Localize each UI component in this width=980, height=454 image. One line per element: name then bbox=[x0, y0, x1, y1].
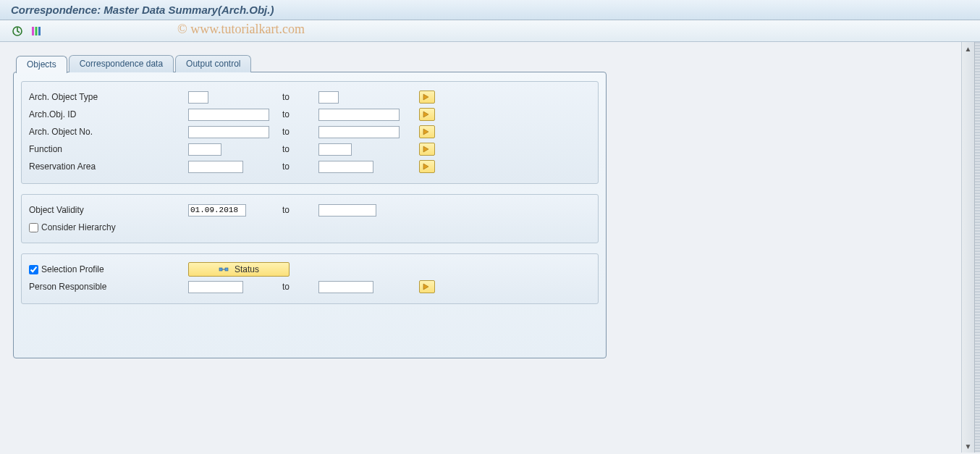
row-reservation-area: Reservation Area to bbox=[29, 159, 591, 175]
group-selection-profile: Selection Profile Status bbox=[21, 253, 599, 304]
group-validity: Object Validity to Consider Hierarchy bbox=[21, 194, 599, 243]
tab-correspondence-data[interactable]: Correspondence data bbox=[69, 55, 174, 72]
multi-select-button[interactable] bbox=[419, 143, 435, 156]
function-from-input[interactable] bbox=[188, 143, 221, 156]
person-responsible-to-input[interactable] bbox=[318, 281, 373, 293]
execute-icon[interactable] bbox=[11, 25, 24, 38]
tab-panel-objects: Arch. Object Type to Arch.Obj. ID to Arc… bbox=[13, 72, 607, 358]
app-body: Objects Correspondence data Output contr… bbox=[0, 42, 980, 453]
content-area: Objects Correspondence data Output contr… bbox=[0, 42, 961, 453]
multi-select-button[interactable] bbox=[419, 108, 435, 121]
function-to-input[interactable] bbox=[318, 143, 352, 156]
tab-output-control[interactable]: Output control bbox=[175, 55, 251, 72]
row-object-validity: Object Validity to bbox=[29, 202, 591, 218]
multi-select-button[interactable] bbox=[419, 280, 435, 293]
window-title-text: Correspondence: Master Data Summary(Arch… bbox=[11, 4, 274, 16]
person-responsible-from-input[interactable] bbox=[188, 281, 243, 293]
row-selection-profile: Selection Profile Status bbox=[29, 261, 591, 277]
arch-obj-id-from-input[interactable] bbox=[188, 109, 269, 121]
label-reservation-area: Reservation Area bbox=[29, 161, 188, 172]
arch-obj-id-to-input[interactable] bbox=[318, 109, 400, 121]
arch-object-no-to-input[interactable] bbox=[318, 126, 400, 138]
group-selection-criteria: Arch. Object Type to Arch.Obj. ID to Arc… bbox=[21, 81, 599, 184]
label-object-validity: Object Validity bbox=[29, 205, 188, 215]
label-arch-obj-id: Arch.Obj. ID bbox=[29, 109, 188, 119]
tab-objects[interactable]: Objects bbox=[16, 56, 67, 73]
label-selection-profile: Selection Profile bbox=[41, 264, 104, 274]
row-arch-object-no: Arch. Object No. to bbox=[29, 124, 591, 140]
svg-rect-2 bbox=[35, 27, 38, 35]
window-title: Correspondence: Master Data Summary(Arch… bbox=[0, 0, 980, 20]
row-arch-obj-id: Arch.Obj. ID to bbox=[29, 106, 591, 122]
reservation-area-to-input[interactable] bbox=[318, 161, 373, 173]
reservation-area-from-input[interactable] bbox=[188, 161, 243, 173]
to-label: to bbox=[282, 109, 318, 119]
row-arch-object-type: Arch. Object Type to bbox=[29, 89, 591, 105]
to-label: to bbox=[282, 161, 318, 172]
object-validity-to-input[interactable] bbox=[318, 204, 376, 217]
label-arch-object-type: Arch. Object Type bbox=[29, 92, 188, 102]
tab-label: Objects bbox=[27, 59, 56, 70]
selection-profile-checkbox[interactable] bbox=[29, 265, 38, 274]
to-label: to bbox=[282, 92, 318, 102]
tab-label: Output control bbox=[186, 59, 240, 69]
scroll-down-icon[interactable]: ▼ bbox=[963, 441, 973, 451]
arch-object-type-to-input[interactable] bbox=[318, 91, 339, 104]
to-label: to bbox=[282, 144, 318, 154]
status-button-label: Status bbox=[235, 264, 259, 274]
svg-rect-5 bbox=[225, 268, 228, 271]
label-arch-object-no: Arch. Object No. bbox=[29, 127, 188, 137]
to-label: to bbox=[282, 205, 318, 215]
consider-hierarchy-checkbox[interactable] bbox=[29, 223, 38, 232]
vertical-scrollbar[interactable]: ▲ ▼ bbox=[961, 42, 974, 453]
svg-rect-1 bbox=[32, 27, 34, 35]
to-label: to bbox=[282, 282, 318, 292]
object-validity-from-input[interactable] bbox=[188, 204, 246, 217]
variants-icon[interactable] bbox=[30, 25, 43, 38]
resize-handle[interactable] bbox=[974, 42, 980, 453]
arch-object-type-from-input[interactable] bbox=[188, 91, 208, 104]
tab-label: Correspondence data bbox=[80, 59, 163, 69]
svg-rect-3 bbox=[38, 27, 41, 35]
to-label: to bbox=[282, 127, 318, 137]
row-function: Function to bbox=[29, 141, 591, 157]
row-consider-hierarchy: Consider Hierarchy bbox=[29, 219, 591, 235]
multi-select-button[interactable] bbox=[419, 125, 435, 138]
tab-strip: Objects Correspondence data Output contr… bbox=[16, 55, 952, 72]
row-person-responsible: Person Responsible to bbox=[29, 279, 591, 295]
multi-select-button[interactable] bbox=[419, 91, 435, 104]
label-function: Function bbox=[29, 144, 188, 154]
status-button[interactable]: Status bbox=[188, 262, 290, 277]
label-person-responsible: Person Responsible bbox=[29, 282, 188, 292]
arch-object-no-from-input[interactable] bbox=[188, 126, 269, 138]
multi-select-button[interactable] bbox=[419, 160, 435, 173]
toolbar bbox=[0, 20, 980, 42]
status-flow-icon bbox=[219, 264, 229, 274]
svg-rect-4 bbox=[219, 268, 222, 271]
scroll-up-icon[interactable]: ▲ bbox=[963, 43, 973, 54]
label-consider-hierarchy: Consider Hierarchy bbox=[41, 222, 116, 232]
